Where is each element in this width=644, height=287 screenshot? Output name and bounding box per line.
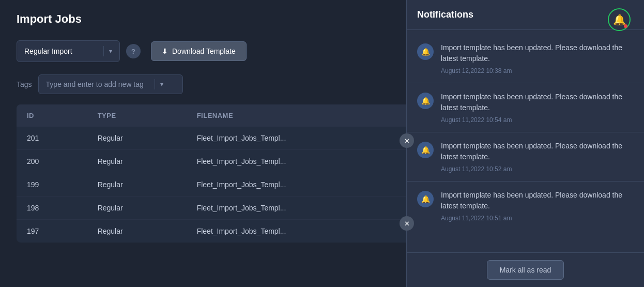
tags-input-wrapper[interactable]: ▾ <box>38 74 183 94</box>
cell-id: 201 <box>17 127 87 150</box>
notification-body: Import template has been updated. Please… <box>441 92 634 124</box>
cell-type: Regular <box>87 127 187 150</box>
download-template-button[interactable]: ⬇ Download Template <box>151 41 247 61</box>
notification-bell-icon: 🔔 <box>417 43 434 60</box>
cell-filename: Fleet_Import_Jobs_Templ... <box>187 150 424 173</box>
mark-all-read-button[interactable]: Mark all as read <box>487 260 564 280</box>
notification-list: 🔔 Import template has been updated. Plea… <box>407 30 644 252</box>
notification-footer: Mark all as read <box>407 252 644 287</box>
tags-divider <box>155 79 155 89</box>
select-divider <box>103 46 104 56</box>
notification-body: Import template has been updated. Please… <box>441 141 634 173</box>
cell-filename: Fleet_Import_Jobs_Templ... <box>187 127 424 150</box>
notification-item: 🔔 Import template has been updated. Plea… <box>407 83 644 132</box>
info-icon: ? <box>131 48 135 55</box>
notification-time: August 11,2022 10:52 am <box>441 165 634 173</box>
chevron-down-icon: ▾ <box>109 48 112 55</box>
bell-container: 🔔 <box>608 8 631 31</box>
notification-item: 🔔 Import template has been updated. Plea… <box>407 34 644 83</box>
notification-bell-icon: 🔔 <box>417 191 434 207</box>
mark-all-read-label: Mark all as read <box>500 266 551 274</box>
notification-text: Import template has been updated. Please… <box>441 92 634 113</box>
notification-bell-icon: 🔔 <box>417 93 434 109</box>
notification-panel-close-button[interactable]: ✕ <box>400 133 414 148</box>
bell-button[interactable]: 🔔 <box>608 8 631 31</box>
notification-body: Import template has been updated. Please… <box>441 190 634 222</box>
cell-filename: Fleet_Import_Jobs_Templ... <box>187 173 424 197</box>
tags-input[interactable] <box>46 80 149 88</box>
cell-id: 199 <box>17 173 87 197</box>
notification-time: August 11,2022 10:51 am <box>441 215 634 222</box>
bell-notification-dot <box>624 24 627 28</box>
notification-text: Import template has been updated. Please… <box>441 190 634 212</box>
cell-id: 200 <box>17 150 87 173</box>
notification-body: Import template has been updated. Please… <box>441 42 634 74</box>
download-icon: ⬇ <box>162 47 168 55</box>
notification-item: 🔔 Import template has been updated. Plea… <box>407 132 644 182</box>
col-header-type: Type <box>87 104 187 127</box>
notification-text: Import template has been updated. Please… <box>441 141 634 162</box>
tags-chevron-icon: ▾ <box>160 81 163 88</box>
cell-type: Regular <box>87 197 187 220</box>
close-icon: ✕ <box>404 137 410 145</box>
cell-type: Regular <box>87 173 187 197</box>
col-header-filename: Filename <box>187 104 424 127</box>
notification-panel-close-button-2[interactable]: ✕ <box>400 216 414 231</box>
cell-filename: Fleet_Import_Jobs_Templ... <box>187 220 424 243</box>
info-button[interactable]: ? <box>126 44 141 58</box>
notification-bell-icon: 🔔 <box>417 142 434 158</box>
import-type-select[interactable]: Regular Import ▾ <box>17 40 120 62</box>
cell-type: Regular <box>87 220 187 243</box>
notification-panel: Notifications 🔔 Import template has been… <box>406 0 644 287</box>
col-header-id: ID <box>17 104 87 127</box>
cell-id: 197 <box>17 220 87 243</box>
import-type-label: Regular Import <box>24 47 98 55</box>
notification-time: August 11,2022 10:54 am <box>441 116 634 124</box>
notification-text: Import template has been updated. Please… <box>441 42 634 64</box>
close-icon-2: ✕ <box>404 220 410 228</box>
cell-id: 198 <box>17 197 87 220</box>
cell-filename: Fleet_Import_Jobs_Templ... <box>187 197 424 220</box>
cell-type: Regular <box>87 150 187 173</box>
notification-item: 🔔 Import template has been updated. Plea… <box>407 182 644 230</box>
download-btn-label: Download Template <box>172 47 236 55</box>
bell-icon: 🔔 <box>613 13 626 26</box>
notification-time: August 12,2022 10:38 am <box>441 67 634 74</box>
tags-label: Tags <box>17 80 32 88</box>
